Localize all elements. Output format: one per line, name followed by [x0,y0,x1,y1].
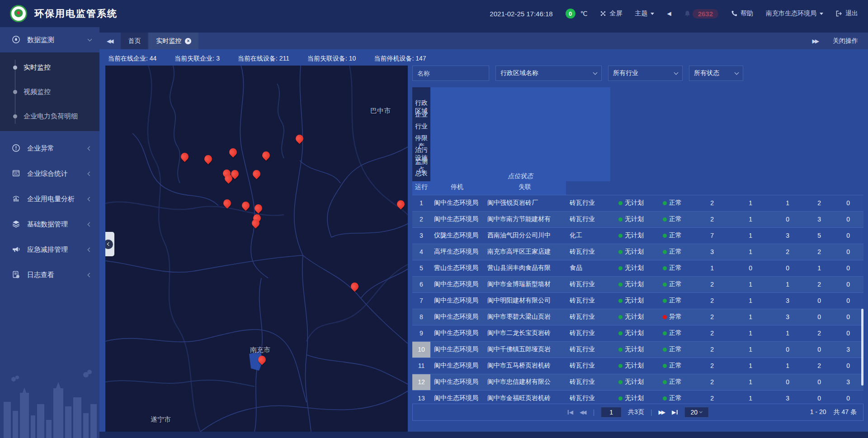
caret-down-icon [651,13,654,15]
status-dot-icon [663,348,667,352]
next-page-button[interactable]: ▶▶ [659,409,665,415]
layers-icon [12,220,21,229]
page-size-select[interactable]: 20 [684,407,708,418]
city-skyline-decoration [0,361,99,438]
status-dot-icon [618,201,623,205]
chevron-down-icon [593,71,598,75]
tabs-scroll-right-icon[interactable]: ▶▶ [812,38,819,44]
status-dot-icon [663,380,667,384]
range-label: 1 - 20 [810,408,826,416]
fullscreen-button[interactable]: 全屏 [600,9,622,18]
help-button[interactable]: 帮助 [731,9,753,18]
chevron-left-icon [88,197,92,201]
table-row[interactable]: 8阆中生态环境局阆中市枣碧大梁山页岩砖瓦行业无计划异常21300 [412,309,863,325]
logout-button[interactable]: 退出 [836,9,858,18]
last-page-button[interactable]: ▶ [672,409,678,415]
map-roads [105,66,408,432]
page-number-input[interactable] [601,407,622,418]
datetime: 2021-02-25 17:46:18 [490,10,552,18]
tab-1[interactable]: 实时监控× [149,33,198,49]
sidebar-item-5[interactable]: 应急减排管理 [0,237,99,262]
chevron-left-icon [88,146,92,151]
table-row[interactable]: 12阆中生态环境局阆中市忠信建材有限公砖瓦行业无计划正常21003 [412,374,863,390]
table-row[interactable]: 7阆中生态环境局阆中明阳建材有限公司砖瓦行业无计划正常21300 [412,292,863,309]
status-dot-icon [663,217,667,221]
first-page-button[interactable]: ◀ [567,409,573,415]
tab-0[interactable]: 首页 [121,33,148,49]
table-scrollbar[interactable] [861,309,863,386]
sidebar-item-4[interactable]: 基础数据管理 [0,212,99,237]
submenu-dot-icon [13,66,17,70]
status-filter-select[interactable]: 所有状态 [689,66,743,81]
sidebar-item-label: 数据监测 [27,36,88,44]
tab-close-icon[interactable]: × [185,38,191,44]
industry-filter-select[interactable]: 所有行业 [608,66,683,81]
app-header: 环保用电监管系统 2021-02-25 17:46:18 0 ℃ 全屏 主题 ◀… [0,0,868,27]
status-dot-icon [618,234,623,238]
chevron-down-icon [88,37,92,42]
status-dot-icon [618,331,623,335]
stat-2: 当前在线设备: 211 [238,55,289,63]
sidebar-subitem-0-0[interactable]: 实时监控 [0,55,99,80]
sidebar-item-1[interactable]: 企业异常 [0,136,99,161]
submenu-dot-icon [13,114,17,118]
sidebar-item-label: 基础数据管理 [27,220,88,229]
name-filter-input[interactable] [412,66,489,81]
sidebar-item-2[interactable]: 企业综合统计 [0,161,99,186]
table-row[interactable]: 10阆中生态环境局阆中千佛镇五郎垭页岩砖瓦行业无计划正常21003 [412,341,863,358]
status-dot-icon [618,348,623,352]
close-operations-button[interactable]: 关闭操作 [833,37,858,45]
table-row[interactable]: 9阆中生态环境局阆中市二龙长宝页岩砖砖瓦行业无计划正常21120 [412,325,863,341]
sidebar-submenu: 实时监控视频监控企业电力负荷明细 [0,52,99,131]
sidebar-subitem-0-1[interactable]: 视频监控 [0,80,99,104]
notification-count-badge: 2632 [693,9,718,19]
sidebar-item-label: 企业用电量分析 [27,195,88,203]
chevron-left-icon [88,273,92,277]
sidebar-item-label: 应急减排管理 [27,245,88,254]
enterprise-table: 行政区域 企业 行业 停限产 治污设施 监测点 总表 点位状态 [412,87,863,404]
stats-icon [12,169,21,178]
theme-dropdown[interactable]: 主题 [635,9,654,18]
table-row[interactable]: 5营山生态环境局营山县润丰肉食品有限食品无计划正常10010 [412,260,863,276]
log-icon [12,270,21,279]
sidebar-item-0[interactable]: 数据监测 [0,27,99,52]
sidebar-item-3[interactable]: 企业用电量分析 [0,186,99,212]
status-dot-icon [663,201,667,205]
prev-page-button[interactable]: ◀◀ [580,409,586,415]
chevron-left-icon [105,240,113,249]
map-panel[interactable]: 巴中市南充市遂宁市 [105,66,408,432]
status-dot-icon [663,396,667,400]
table-row[interactable]: 13阆中生态环境局阆中市金福旺页岩机砖砖瓦行业无计划正常21300 [412,390,863,404]
sidebar-item-6[interactable]: 日志查看 [0,262,99,287]
col-industry: 行业 [412,122,430,134]
status-dot-icon [618,283,623,287]
org-dropdown[interactable]: 南充市生态环境局 [766,9,823,18]
col-meter: 总表 [412,170,430,181]
sidebar: 数据监测实时监控视频监控企业电力负荷明细企业异常企业综合统计企业用电量分析基础数… [0,27,99,438]
temperature-unit: ℃ [580,10,588,17]
sidebar-subitem-0-2[interactable]: 企业电力负荷明细 [0,104,99,128]
table-row[interactable]: 3仪陇生态环境局西南油气田分公司川中化工无计划正常71350 [412,227,863,244]
sidebar-item-label: 企业综合统计 [27,170,88,178]
status-dot-icon [663,364,667,368]
fullscreen-icon [600,10,606,17]
notification-area[interactable]: 2632 [684,9,718,19]
region-filter-select[interactable]: 行政区域名称 [495,66,602,81]
status-dot-icon [663,299,667,303]
temperature-indicator: 0 ℃ [566,9,588,19]
table-row[interactable]: 2阆中生态环境局阆中市南方节能建材有砖瓦行业无计划正常21030 [412,211,863,227]
col-offline: 失联 [484,181,566,195]
map-collapse-button[interactable] [105,232,114,256]
status-dot-icon [663,315,667,319]
table-row[interactable]: 11阆中生态环境局阆中市五马桥页岩机砖砖瓦行业无计划正常21120 [412,358,863,374]
table-row[interactable]: 6阆中生态环境局阆中市金博瑞新型墙材砖瓦行业无计划正常21120 [412,276,863,292]
tabs-scroll-left-icon[interactable]: ◀◀ [99,33,121,49]
status-dot-icon [663,234,667,238]
table-row[interactable]: 1阆中生态环境局阆中强锐页岩砖厂砖瓦行业无计划正常21120 [412,195,863,211]
col-stopped: 停机 [430,181,484,195]
table-row[interactable]: 4高坪生态环境局南充市高坪区王家店建砖瓦行业无计划正常31220 [412,244,863,260]
chevron-down-icon [735,71,739,75]
chevron-down-icon [699,410,703,413]
speaker-icon[interactable]: ◀ [667,10,671,17]
tab-label: 实时监控 [156,37,181,45]
